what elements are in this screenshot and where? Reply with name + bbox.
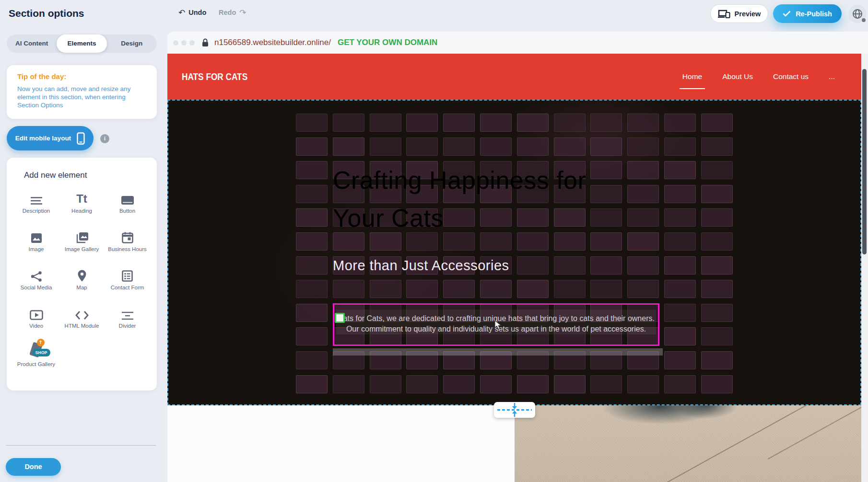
url-text[interactable]: n1566589.websitebuilder.online/ bbox=[214, 38, 331, 47]
hero-tile bbox=[406, 375, 438, 393]
nav-item-more[interactable]: ... bbox=[829, 72, 835, 81]
add-element-divider[interactable]: Divider bbox=[106, 306, 150, 339]
hero-tile bbox=[333, 232, 364, 251]
hero-tile bbox=[333, 280, 364, 298]
tip-title: Tip of the day: bbox=[17, 72, 146, 80]
element-drag-handle[interactable] bbox=[335, 313, 345, 323]
add-element-video[interactable]: Video bbox=[14, 306, 59, 339]
hero-tile bbox=[517, 138, 549, 156]
nav-item-contact-us[interactable]: Contact us bbox=[773, 72, 809, 81]
divider-icon bbox=[121, 306, 134, 320]
hero-tile bbox=[701, 138, 733, 156]
hero-tile bbox=[664, 304, 696, 322]
browser-scrollbar bbox=[861, 54, 868, 482]
edit-mobile-layout-button[interactable]: Edit mobile layout bbox=[7, 126, 94, 150]
add-element-html-module[interactable]: HTML Module bbox=[60, 306, 104, 339]
tab-design[interactable]: Design bbox=[107, 34, 157, 53]
hero-tile bbox=[370, 114, 401, 132]
info-icon[interactable]: i bbox=[100, 134, 109, 143]
hero-tile bbox=[296, 138, 328, 156]
add-element-social-media[interactable]: Social Media bbox=[14, 267, 59, 301]
undo-label: Undo bbox=[188, 9, 206, 16]
hero-tile bbox=[517, 232, 549, 251]
tab-ai-content[interactable]: AI Content bbox=[7, 34, 57, 53]
add-element-button[interactable]: Button bbox=[106, 191, 150, 224]
add-element-heading[interactable]: TtHeading bbox=[60, 191, 104, 224]
image-icon bbox=[31, 229, 42, 243]
hero-tile bbox=[627, 138, 659, 156]
hero-tile bbox=[406, 280, 438, 298]
add-element-image[interactable]: Image bbox=[14, 229, 59, 263]
hero-tile bbox=[664, 208, 696, 227]
hero-tile bbox=[701, 256, 733, 275]
element-label: Description bbox=[23, 208, 50, 214]
hero-tile bbox=[590, 138, 622, 156]
element-label: Map bbox=[76, 285, 87, 291]
hero-tile bbox=[701, 375, 733, 393]
hero-tile bbox=[406, 232, 438, 251]
hero-tile bbox=[627, 232, 659, 251]
element-label: Divider bbox=[119, 323, 136, 329]
add-element-map[interactable]: Map bbox=[60, 267, 104, 301]
undo-button[interactable]: ↶ Undo bbox=[178, 8, 206, 17]
site-header[interactable]: HATS FOR CATS HomeAbout UsContact us... bbox=[167, 54, 861, 100]
nav-item-home[interactable]: Home bbox=[682, 72, 702, 81]
add-element-contact-form[interactable]: Contact Form bbox=[106, 267, 150, 301]
hero-tile bbox=[664, 232, 696, 251]
redo-icon: ↷ bbox=[239, 8, 246, 17]
hero-tile bbox=[370, 375, 401, 393]
drop-indicator-strip bbox=[333, 348, 663, 356]
add-element-business-hours[interactable]: Business Hours bbox=[106, 229, 150, 263]
share-icon bbox=[31, 267, 42, 282]
element-label: Image Gallery bbox=[65, 246, 99, 252]
hero-tile bbox=[590, 280, 622, 298]
resize-arrows-icon bbox=[511, 403, 518, 417]
panel-tabs: AI ContentElementsDesign bbox=[7, 34, 157, 53]
hero-tile bbox=[443, 114, 475, 132]
tile-grout-line bbox=[625, 405, 819, 482]
scrollbar-thumb[interactable] bbox=[862, 69, 867, 254]
preview-button[interactable]: Preview bbox=[710, 4, 768, 23]
add-element-product-gallery[interactable]: ↑SHOPProduct Gallery bbox=[14, 344, 59, 378]
hero-tile bbox=[296, 208, 328, 227]
tip-body: Now you can add, move and resize any ele… bbox=[17, 85, 143, 109]
hero-tile bbox=[554, 114, 586, 132]
get-your-own-domain-link[interactable]: GET YOUR OWN DOMAIN bbox=[338, 38, 437, 47]
hero-tile bbox=[627, 114, 659, 132]
add-element-image-gallery[interactable]: Image Gallery bbox=[60, 229, 104, 263]
hero-subheading[interactable]: More than Just Accessories bbox=[333, 258, 659, 274]
hero-tile bbox=[370, 280, 401, 298]
hero-tile bbox=[517, 280, 549, 298]
tab-elements[interactable]: Elements bbox=[57, 34, 106, 53]
window-control-dots bbox=[173, 40, 195, 46]
hero-tile bbox=[590, 375, 622, 393]
hero-tile bbox=[664, 351, 696, 369]
hero-tile bbox=[664, 256, 696, 275]
hero-heading-line1[interactable]: Crafting Happiness for bbox=[333, 166, 659, 195]
next-section-blank bbox=[167, 405, 515, 482]
hero-tile bbox=[296, 232, 328, 251]
hero-heading-line2[interactable]: Your Cats bbox=[333, 204, 659, 232]
page-title: Section options bbox=[9, 8, 84, 19]
shop-badge: SHOP bbox=[33, 349, 50, 356]
nav-item-about-us[interactable]: About Us bbox=[722, 72, 753, 81]
heading-icon: Tt bbox=[76, 191, 87, 205]
hero-tile bbox=[664, 375, 696, 393]
republish-button[interactable]: Re-Publish bbox=[773, 4, 842, 23]
hero-tile bbox=[701, 232, 733, 251]
site-logo[interactable]: HATS FOR CATS bbox=[182, 71, 247, 82]
hero-tile bbox=[443, 138, 475, 156]
hero-tile bbox=[296, 375, 328, 393]
hero-tile bbox=[296, 327, 328, 345]
redo-button[interactable]: Redo ↷ bbox=[219, 8, 246, 17]
hero-tile bbox=[480, 232, 512, 251]
element-label: Social Media bbox=[21, 285, 52, 291]
next-section-floor-image bbox=[515, 405, 861, 482]
hero-tile bbox=[664, 327, 696, 345]
hero-tile bbox=[701, 327, 733, 345]
hero-section[interactable]: Crafting Happiness for Your Cats More th… bbox=[167, 100, 861, 405]
done-button[interactable]: Done bbox=[6, 458, 61, 476]
add-element-description[interactable]: Description bbox=[14, 191, 59, 224]
image-gallery-icon bbox=[75, 229, 89, 243]
section-resize-handle[interactable] bbox=[494, 402, 535, 418]
